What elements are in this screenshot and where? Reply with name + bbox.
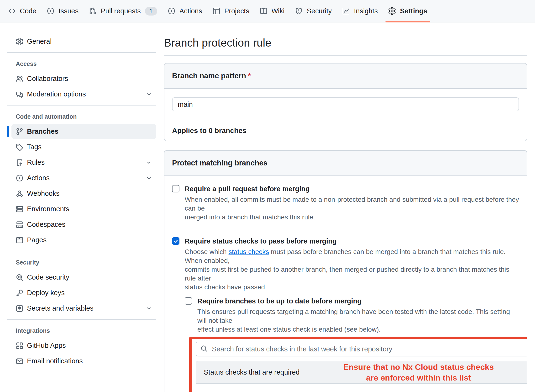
protect-matching-branches-label: Protect matching branches — [172, 159, 268, 167]
browser-icon — [16, 236, 23, 244]
tab-label: Projects — [224, 7, 249, 15]
require-status-checks-checkbox[interactable] — [172, 237, 179, 245]
graph-icon — [342, 7, 350, 15]
branch-name-pattern-input[interactable] — [172, 97, 519, 111]
sidebar-item-rules[interactable]: Rules — [11, 155, 156, 170]
tab-insights[interactable]: Insights — [337, 0, 383, 22]
github-repo-settings-page: CodeIssuesPull requests1ActionsProjectsW… — [0, 0, 535, 392]
sidebar-section-label-integrations: Integrations — [11, 327, 156, 334]
branch-name-pattern-section — [164, 89, 527, 120]
sidebar-section-label-code-and-automation: Code and automation — [11, 113, 156, 120]
codescan-icon — [16, 274, 23, 281]
people-icon — [16, 75, 23, 83]
tab-settings[interactable]: Settings — [383, 0, 432, 22]
tab-security[interactable]: Security — [290, 0, 337, 22]
require-pull-request-checkbox[interactable] — [172, 185, 179, 192]
sidebar-item-label: Actions — [27, 174, 50, 182]
sidebar-item-label: Tags — [27, 143, 42, 151]
tag-icon — [16, 143, 23, 151]
sidebar-item-codespaces[interactable]: Codespaces — [11, 217, 156, 232]
sidebar-item-label: General — [27, 37, 52, 45]
sidebar-item-label: Collaborators — [27, 75, 68, 83]
sidebar-item-label: Secrets and variables — [27, 304, 94, 312]
status-checks-list-header-label: Status checks that are required — [204, 368, 299, 376]
sidebar-item-label: Environments — [27, 205, 69, 213]
sidebar-item-label: Deploy keys — [27, 289, 65, 297]
tab-issues[interactable]: Issues — [42, 0, 84, 22]
sidebar-item-label: Email notifications — [27, 357, 83, 365]
sidebar-item-environments[interactable]: Environments — [11, 201, 156, 217]
search-icon — [200, 345, 208, 353]
page-title: Branch protection rule — [164, 36, 527, 49]
tab-pull-requests[interactable]: Pull requests1 — [84, 0, 163, 22]
sidebar-section-label-access: Access — [11, 60, 156, 67]
status-checks-search-box — [196, 342, 527, 356]
sidebar-item-branches[interactable]: Branches — [11, 124, 156, 139]
sidebar-item-collaborators[interactable]: Collaborators — [11, 71, 156, 86]
sidebar-item-moderation-options[interactable]: Moderation options — [11, 87, 156, 102]
tab-label: Issues — [58, 7, 79, 15]
branch-name-pattern-card: Branch name pattern* Applies to 0 branch… — [164, 63, 527, 141]
sidebar-item-secrets-and-variables[interactable]: Secrets and variables — [11, 301, 156, 316]
require-pull-request-description: When enabled, all commits must be made t… — [185, 195, 519, 222]
chevron-down-icon[interactable] — [146, 91, 152, 97]
sidebar-item-actions[interactable]: Actions — [11, 170, 156, 185]
tab-projects[interactable]: Projects — [207, 0, 255, 22]
title-divider — [164, 55, 527, 56]
play-icon — [168, 7, 175, 15]
require-up-to-date-label: Require branches to be up to date before… — [197, 296, 362, 306]
pull-requests-count-badge: 1 — [145, 7, 157, 16]
tab-label: Insights — [354, 7, 378, 15]
chevron-down-icon[interactable] — [146, 175, 152, 181]
annotation-highlight-box: Status checks that are required Ensure t… — [189, 337, 527, 392]
book-icon — [260, 7, 268, 15]
sidebar-item-webhooks[interactable]: Webhooks — [11, 186, 156, 201]
sidebar-item-general[interactable]: General — [11, 34, 156, 49]
protect-matching-branches-header: Protect matching branches — [164, 151, 527, 176]
sidebar-divider — [7, 52, 156, 53]
status-check-row: mainGitHub Actions — [196, 384, 527, 392]
tab-label: Code — [20, 7, 36, 15]
status-checks-desc-prefix: Choose which — [185, 248, 229, 255]
sidebar-item-label: Rules — [27, 159, 45, 166]
status-checks-rows: mainGitHub Actions — [196, 384, 527, 392]
sidebar-item-label: Moderation options — [27, 90, 86, 98]
tab-label: Settings — [400, 7, 427, 15]
asterisk-icon — [16, 305, 23, 312]
sidebar-item-github-apps[interactable]: GitHub Apps — [11, 338, 156, 353]
mail-icon — [16, 357, 23, 365]
chevron-down-icon[interactable] — [146, 159, 152, 166]
sidebar-item-pages[interactable]: Pages — [11, 233, 156, 248]
branch-name-pattern-label: Branch name pattern — [172, 72, 246, 80]
status-checks-search-input[interactable] — [211, 345, 527, 353]
require-pull-request-label: Require a pull request before merging — [185, 184, 310, 194]
applies-to-branches-text: Applies to 0 branches — [164, 120, 527, 141]
status-checks-list-header: Status checks that are required Ensure t… — [196, 361, 527, 384]
tab-label: Security — [307, 7, 332, 15]
annotation-text: Ensure that no Nx Cloud status checks ar… — [323, 362, 514, 383]
sidebar-item-code-security[interactable]: Code security — [11, 270, 156, 285]
gear-icon — [16, 38, 23, 45]
tab-actions[interactable]: Actions — [163, 0, 207, 22]
require-up-to-date-checkbox[interactable] — [185, 297, 192, 305]
main-content: Branch protection rule Branch name patte… — [164, 22, 527, 392]
tab-wiki[interactable]: Wiki — [255, 0, 290, 22]
tab-code[interactable]: Code — [3, 0, 42, 22]
code-icon — [8, 7, 16, 15]
sidebar-item-label: GitHub Apps — [27, 342, 66, 350]
require-status-checks-description: Choose which status checks must pass bef… — [185, 247, 519, 291]
sidebar-item-deploy-keys[interactable]: Deploy keys — [11, 285, 156, 300]
comment-icon — [16, 90, 23, 98]
play-icon — [16, 174, 23, 182]
status-checks-link[interactable]: status checks — [229, 248, 269, 255]
branch-name-pattern-header: Branch name pattern* — [164, 64, 527, 89]
chevron-down-icon[interactable] — [146, 305, 152, 312]
sidebar-divider — [7, 319, 156, 320]
tab-label: Actions — [179, 7, 202, 15]
sidebar-item-tags[interactable]: Tags — [11, 139, 156, 154]
sidebar-item-email-notifications[interactable]: Email notifications — [11, 354, 156, 369]
key-icon — [16, 289, 23, 297]
sidebar-item-label: Webhooks — [27, 190, 60, 197]
require-status-checks-label: Require status checks to pass before mer… — [185, 236, 337, 246]
rules-icon — [16, 159, 23, 166]
